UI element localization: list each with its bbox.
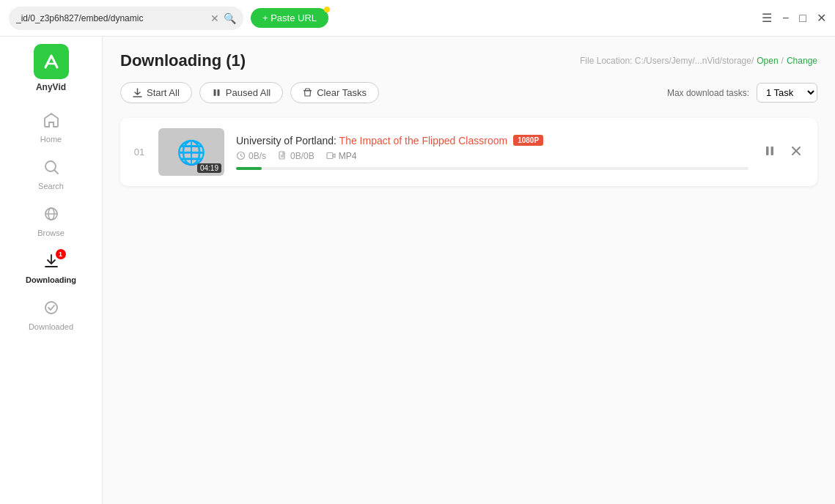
open-link[interactable]: Open bbox=[757, 56, 778, 66]
downloading-icon: 1 bbox=[43, 252, 60, 273]
svg-rect-8 bbox=[217, 89, 219, 96]
progress-bar-fill bbox=[236, 167, 262, 170]
format-meta: MP4 bbox=[326, 151, 357, 161]
close-button[interactable]: ✕ bbox=[817, 12, 826, 24]
menu-button[interactable]: ☰ bbox=[762, 12, 772, 24]
start-all-button[interactable]: Start All bbox=[120, 82, 192, 103]
search-icon: 🔍 bbox=[224, 12, 236, 24]
item-thumbnail: 🌐 04:19 bbox=[158, 128, 224, 176]
downloaded-icon bbox=[43, 299, 60, 319]
item-index: 01 bbox=[132, 147, 147, 158]
sidebar-item-downloading[interactable]: 1 Downloading bbox=[0, 245, 102, 292]
sidebar-search-label: Search bbox=[38, 182, 64, 190]
paused-all-button[interactable]: Paused All bbox=[199, 82, 283, 103]
svg-point-5 bbox=[45, 302, 57, 314]
progress-bar-track bbox=[236, 167, 748, 170]
logo-icon bbox=[34, 44, 69, 79]
sidebar-downloading-label: Downloading bbox=[26, 275, 76, 284]
item-duration: 04:19 bbox=[197, 163, 221, 173]
pause-button[interactable] bbox=[760, 141, 779, 163]
pause-icon bbox=[212, 88, 221, 97]
svg-rect-7 bbox=[213, 89, 216, 96]
task-count-select[interactable]: 1 Task 2 Tasks 3 Tasks bbox=[757, 83, 817, 103]
toolbar: Start All Paused All Clear Tasks Max dow… bbox=[120, 82, 817, 103]
url-text: _id/0_z3p6h827/embed/dynamic bbox=[16, 13, 206, 23]
downloading-badge: 1 bbox=[56, 249, 66, 259]
sidebar-item-search[interactable]: Search bbox=[0, 151, 102, 198]
sidebar-downloaded-label: Downloaded bbox=[29, 322, 73, 331]
svg-rect-15 bbox=[766, 147, 769, 155]
content-header: Downloading (1) File Location: C:/Users/… bbox=[120, 51, 817, 70]
speed-icon bbox=[236, 151, 246, 160]
sidebar-item-downloaded[interactable]: Downloaded bbox=[0, 292, 102, 338]
sidebar: AnyVid Home Search bbox=[0, 37, 103, 504]
browse-icon bbox=[43, 205, 60, 226]
paste-url-button[interactable]: + Paste URL bbox=[251, 8, 328, 28]
window-controls: ☰ − □ ✕ bbox=[762, 12, 826, 24]
notification-dot bbox=[324, 7, 330, 12]
svg-rect-16 bbox=[771, 147, 774, 155]
search-nav-icon bbox=[43, 158, 60, 179]
change-link[interactable]: Change bbox=[787, 56, 817, 66]
quality-badge: 1080P bbox=[513, 135, 543, 146]
file-location: File Location: C:/Users/Jemy/...nVid/sto… bbox=[580, 56, 817, 66]
minimize-button[interactable]: − bbox=[782, 12, 789, 24]
item-info: University of Portland: The Impact of th… bbox=[236, 135, 748, 170]
download-item: 01 🌐 04:19 University of Portland: The I… bbox=[120, 118, 817, 186]
max-tasks-label: Max download tasks: bbox=[667, 88, 749, 98]
maximize-button[interactable]: □ bbox=[799, 12, 806, 24]
url-bar: _id/0_z3p6h827/embed/dynamic ✕ 🔍 bbox=[9, 7, 243, 30]
sidebar-item-browse[interactable]: Browse bbox=[0, 198, 102, 245]
title-bar: _id/0_z3p6h827/embed/dynamic ✕ 🔍 + Paste… bbox=[0, 0, 835, 37]
size-meta: 0B/0B bbox=[278, 151, 314, 161]
file-icon bbox=[278, 151, 287, 160]
svg-rect-14 bbox=[327, 153, 333, 159]
sidebar-home-label: Home bbox=[40, 135, 62, 144]
page-title: Downloading (1) bbox=[120, 51, 246, 70]
file-location-text: File Location: C:/Users/Jemy/...nVid/sto… bbox=[580, 56, 754, 66]
content-area: Downloading (1) File Location: C:/Users/… bbox=[103, 37, 835, 504]
url-close-button[interactable]: ✕ bbox=[210, 12, 219, 24]
close-icon bbox=[790, 144, 803, 158]
sidebar-browse-label: Browse bbox=[37, 229, 65, 237]
speed-meta: 0B/s bbox=[236, 151, 266, 161]
home-icon bbox=[43, 111, 60, 132]
trash-icon bbox=[303, 88, 312, 97]
item-meta: 0B/s 0B/0B bbox=[236, 151, 748, 161]
pause-icon bbox=[763, 144, 776, 158]
remove-button[interactable] bbox=[787, 141, 806, 163]
item-actions bbox=[760, 141, 806, 163]
title-highlight: The Impact of the Flipped Classroom bbox=[339, 135, 508, 147]
item-title: University of Portland: The Impact of th… bbox=[236, 135, 507, 147]
app-logo: AnyVid bbox=[34, 44, 69, 92]
sidebar-item-home[interactable]: Home bbox=[0, 104, 102, 151]
app-name-label: AnyVid bbox=[36, 82, 66, 92]
main-layout: AnyVid Home Search bbox=[0, 37, 835, 504]
clear-tasks-button[interactable]: Clear Tasks bbox=[290, 82, 379, 103]
item-title-row: University of Portland: The Impact of th… bbox=[236, 135, 748, 147]
globe-icon: 🌐 bbox=[177, 138, 206, 166]
video-icon bbox=[326, 151, 336, 160]
svg-line-1 bbox=[54, 171, 58, 174]
title-before: University of Portland: bbox=[236, 135, 339, 147]
download-icon bbox=[133, 88, 142, 97]
